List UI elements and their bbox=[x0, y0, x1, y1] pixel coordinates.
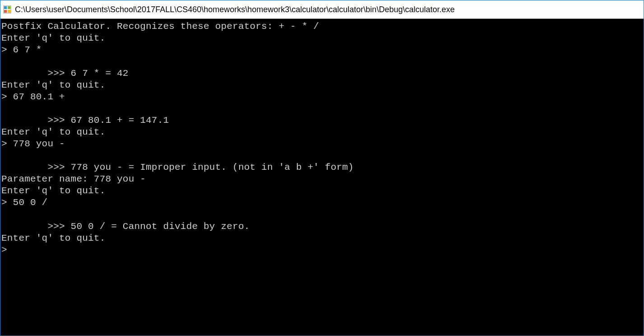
console-line: Postfix Calculator. Recognizes these ope… bbox=[1, 21, 643, 33]
console-line: Parameter name: 778 you - bbox=[1, 173, 643, 185]
titlebar[interactable]: C:\Users\user\Documents\School\2017FALL\… bbox=[0, 0, 644, 19]
window-title: C:\Users\user\Documents\School\2017FALL\… bbox=[15, 5, 455, 14]
console-line: > 50 0 / bbox=[1, 197, 643, 209]
console-line: Enter 'q' to quit. bbox=[1, 33, 643, 44]
console-line bbox=[1, 209, 643, 221]
console-line: > 778 you - bbox=[1, 138, 643, 150]
console-line: Enter 'q' to quit. bbox=[1, 185, 643, 197]
console-line bbox=[1, 103, 643, 115]
console-line: Enter 'q' to quit. bbox=[1, 126, 643, 138]
console-line: > bbox=[1, 244, 643, 256]
console-line: >>> 50 0 / = Cannot divide by zero. bbox=[1, 221, 643, 233]
console-output: Postfix Calculator. Recognizes these ope… bbox=[1, 21, 643, 256]
console-line bbox=[1, 150, 643, 162]
svg-rect-4 bbox=[8, 10, 10, 13]
console-line: > 6 7 * bbox=[1, 44, 643, 56]
console-area[interactable]: Postfix Calculator. Recognizes these ope… bbox=[0, 19, 644, 336]
console-line: Enter 'q' to quit. bbox=[1, 233, 643, 244]
svg-rect-2 bbox=[8, 6, 10, 9]
console-line: >>> 778 you - = Improper input. (not in … bbox=[1, 162, 643, 173]
svg-rect-3 bbox=[4, 10, 7, 13]
console-window: C:\Users\user\Documents\School\2017FALL\… bbox=[0, 0, 644, 336]
console-line: >>> 67 80.1 + = 147.1 bbox=[1, 115, 643, 126]
console-line: Enter 'q' to quit. bbox=[1, 79, 643, 91]
console-line: > 67 80.1 + bbox=[1, 91, 643, 103]
app-icon bbox=[3, 5, 11, 14]
console-line: >>> 6 7 * = 42 bbox=[1, 68, 643, 79]
svg-rect-1 bbox=[4, 6, 7, 9]
console-line bbox=[1, 56, 643, 68]
